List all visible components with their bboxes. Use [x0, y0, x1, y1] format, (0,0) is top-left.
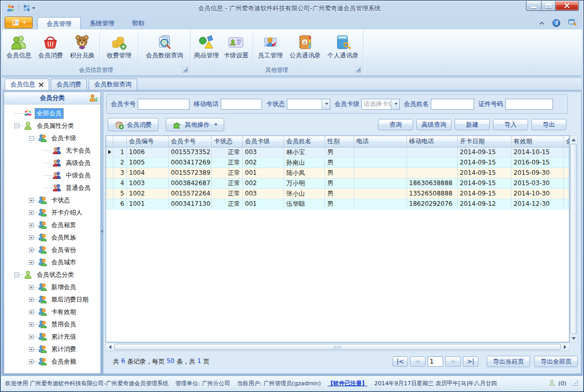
other-operations-button[interactable]: 其他操作 [166, 118, 224, 131]
tree-item[interactable]: +卡有效期 [4, 306, 100, 318]
doc-tab-member-info[interactable]: 会员信息 [5, 79, 49, 90]
horizontal-scroll-thumb[interactable] [114, 344, 561, 350]
tree-item[interactable]: +新增会员 [4, 281, 100, 293]
column-header-phone[interactable]: 电话 [354, 136, 407, 147]
layout-switch-button[interactable] [23, 4, 35, 12]
ribbon-button-member-data-query[interactable]: 会员数据查询 [140, 31, 189, 65]
tree-item[interactable]: 高级会员 [4, 157, 100, 169]
ribbon-button-member-info[interactable]: 会员信息 [3, 31, 35, 65]
category-settings-icon[interactable] [89, 94, 98, 107]
dialog-launcher-icon[interactable] [182, 67, 188, 72]
column-header-gender[interactable]: 性别 [325, 136, 354, 147]
collapse-ribbon-icon[interactable] [539, 20, 545, 27]
ribbon-button-points-exchange[interactable]: 积分兑换 [66, 31, 98, 65]
column-header-open-date[interactable]: 开卡日期 [458, 136, 512, 147]
tree-expander-icon[interactable]: - [14, 124, 19, 128]
ribbon-tab-system-management[interactable]: 系统管理 [81, 17, 123, 29]
ribbon-tab-member-management[interactable]: 会员管理 [37, 17, 81, 29]
tree-item[interactable]: +会员余额 [4, 355, 100, 368]
column-header-mobile-phone[interactable]: 移动电话 [407, 136, 458, 147]
doc-tab-member-data-query[interactable]: 会员数据查询 [89, 79, 137, 90]
scroll-down-icon[interactable] [570, 335, 577, 342]
dropdown-arrow-icon[interactable] [391, 99, 399, 109]
column-header-member-no[interactable]: 会员编号 [127, 136, 169, 147]
export-current-page-button[interactable]: 导出当前页 [487, 356, 530, 367]
software-registered-link[interactable]: 【软件已注册】 [328, 380, 368, 387]
doc-tab-member-consume[interactable]: 会员消费 [51, 79, 87, 90]
tree-expander-icon[interactable]: + [29, 285, 34, 290]
tree-expander-icon[interactable]: - [29, 136, 34, 141]
info-icon[interactable]: i [552, 19, 560, 27]
advanced-query-button[interactable]: 高级查询 [416, 119, 451, 130]
tree-item[interactable]: +卡状态 [4, 194, 100, 206]
table-row[interactable]: 310040015572389正常001陆小凤男2014-09-152015-0… [106, 168, 570, 178]
id-number-input[interactable] [505, 99, 553, 110]
tree-expander-icon[interactable]: + [29, 248, 34, 252]
next-page-button[interactable]: > [445, 356, 461, 367]
tree-item[interactable]: +禁用会员 [4, 318, 100, 330]
ribbon-button-fee-management[interactable]: 收费管理 [101, 31, 136, 65]
query-button[interactable]: 查询 [378, 119, 413, 130]
tree-expander-icon[interactable]: + [29, 359, 34, 364]
tree-expander-icon[interactable]: + [29, 235, 34, 240]
export-all-pages-button[interactable]: 导出全部页 [534, 356, 578, 367]
table-row[interactable]: 110060015573352正常003林小宝男2014-09-152014-1… [106, 147, 570, 158]
member-consume-button[interactable]: 会员消费 [108, 118, 158, 131]
ribbon-button-employee-management[interactable]: 员工管理 [255, 31, 286, 65]
page-number-input[interactable] [428, 356, 443, 367]
tree-expander-icon[interactable]: + [29, 347, 34, 352]
import-button[interactable]: 导入 [493, 119, 528, 130]
tree-expander-icon[interactable]: + [29, 198, 34, 203]
tree-item[interactable]: 全部会员 [4, 107, 100, 119]
tree-item[interactable]: +会员民族 [4, 231, 100, 244]
tree-item[interactable]: +累计充值 [4, 330, 100, 343]
tree-item[interactable]: 普通会员 [4, 182, 100, 194]
column-header-rownum[interactable] [113, 136, 127, 147]
tree-expander-icon[interactable]: + [29, 310, 34, 314]
column-header-card-level[interactable]: 会员卡级 [243, 136, 284, 147]
ribbon-button-personal-contacts[interactable]: 个人通讯录 [324, 31, 362, 65]
tree-item[interactable]: 无卡会员 [4, 144, 100, 157]
tree-expander-icon[interactable]: + [29, 223, 34, 228]
tree-item[interactable]: +开卡介绍人 [4, 206, 100, 219]
vertical-scrollbar[interactable] [570, 135, 578, 342]
first-page-button[interactable]: |< [392, 356, 408, 367]
card-level-select[interactable]: 请选择卡级 [361, 99, 400, 110]
dialog-launcher-icon[interactable] [355, 67, 361, 72]
prev-page-button[interactable]: < [410, 356, 426, 367]
tree-expander-icon[interactable]: + [29, 297, 34, 302]
ribbon-button-member-consume[interactable]: 会员消费 [35, 31, 66, 65]
tree-item[interactable]: +会员城市 [4, 256, 100, 268]
ribbon-tab-help[interactable]: 帮助 [123, 17, 153, 29]
member-card-no-input[interactable] [138, 99, 189, 110]
tree-item[interactable]: +最后消费日期 [4, 293, 100, 306]
tree-item[interactable]: -会员状态分类 [4, 268, 100, 281]
tree-item[interactable]: +会员省份 [4, 244, 100, 256]
tree-expander-icon[interactable]: + [29, 260, 34, 265]
tree-expander-icon[interactable]: - [14, 273, 19, 277]
tree-expander-icon[interactable]: + [29, 210, 34, 215]
scroll-left-icon[interactable] [106, 343, 114, 351]
card-status-select[interactable] [287, 99, 330, 110]
tree-item[interactable]: +累计消费 [4, 343, 100, 355]
table-row[interactable]: 610010003417130正常001伍华聪男186202920762014-… [106, 199, 570, 209]
message-count[interactable]: (0) [558, 380, 566, 387]
ribbon-button-public-contacts[interactable]: @ 公共通讯录 [286, 31, 324, 65]
table-row[interactable]: 210050003417269正常002孙南山男2014-09-152016-0… [106, 158, 570, 168]
column-header-member-name[interactable]: 会员姓名 [284, 136, 325, 147]
tree-expander-icon[interactable]: + [29, 335, 34, 339]
tree-item[interactable]: 中级会员 [4, 169, 100, 182]
ribbon-button-card-level-settings[interactable]: 卡级设置 [221, 31, 251, 65]
tree-expander-icon[interactable]: + [29, 322, 34, 327]
horizontal-scrollbar[interactable] [106, 343, 570, 351]
minimize-button[interactable] [526, 1, 541, 11]
dropdown-arrow-icon[interactable] [322, 99, 330, 109]
new-button[interactable]: 新建 [455, 119, 490, 130]
tree-item[interactable]: -会员属性分类 [4, 119, 100, 132]
scroll-right-icon[interactable] [561, 343, 569, 351]
maximize-button[interactable] [541, 1, 556, 11]
ribbon-button-product-management[interactable]: 商品管理 [192, 31, 221, 65]
tab-close-icon[interactable] [39, 82, 43, 87]
tree-item[interactable]: -会员卡级 [4, 132, 100, 144]
scroll-up-icon[interactable] [570, 136, 577, 143]
